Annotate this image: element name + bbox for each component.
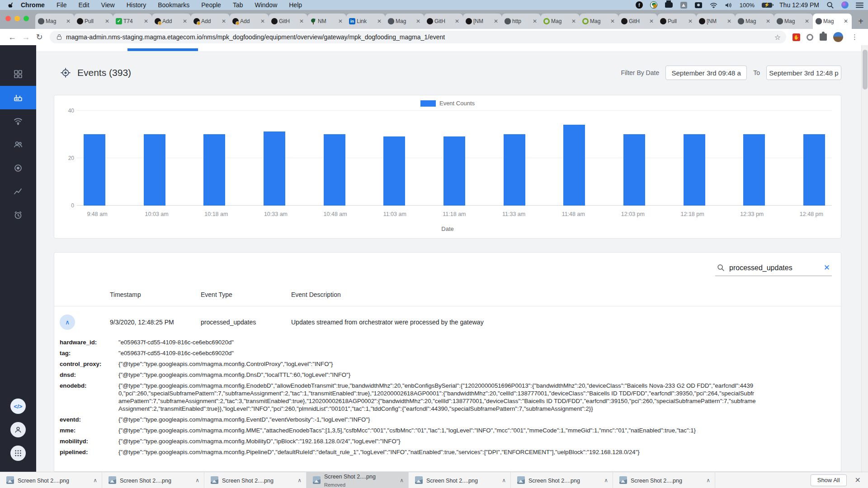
- menu-item[interactable]: Edit: [78, 1, 89, 9]
- browser-tab[interactable]: Add ✕: [152, 14, 191, 29]
- volume-icon[interactable]: [725, 1, 732, 9]
- minimize-window-button[interactable]: [14, 16, 20, 21]
- download-item[interactable]: Screen Shot 2....png ∧: [613, 472, 715, 488]
- sidebar-account-button[interactable]: [10, 422, 26, 437]
- address-bar[interactable]: magma-admin.nms-staging.magma.etagecom.i…: [50, 31, 786, 43]
- tab-close-icon[interactable]: ✕: [609, 18, 616, 24]
- browser-tab[interactable]: T74 ✕: [113, 14, 152, 29]
- tab-close-icon[interactable]: ✕: [415, 18, 421, 24]
- menu-item[interactable]: History: [127, 1, 146, 9]
- reload-icon[interactable]: ↻: [33, 32, 46, 42]
- tab-close-icon[interactable]: ✕: [648, 18, 655, 24]
- page-scrollbar[interactable]: [861, 45, 868, 472]
- menu-item[interactable]: Window: [255, 1, 277, 9]
- siri-icon[interactable]: [841, 1, 849, 9]
- chevron-up-icon[interactable]: ∧: [502, 477, 506, 483]
- download-item[interactable]: Screen Shot 2....png ∧: [102, 472, 204, 488]
- tab-close-icon[interactable]: ✕: [182, 18, 188, 24]
- browser-tab[interactable]: Pull ✕: [74, 14, 113, 29]
- download-item[interactable]: Screen Shot 2....png ∧: [0, 472, 102, 488]
- browser-tab[interactable]: GitH ✕: [424, 14, 463, 29]
- chart-bar[interactable]: [264, 131, 285, 206]
- close-shelf-icon[interactable]: ✕: [855, 476, 861, 484]
- download-item[interactable]: Screen Shot 2....png ∧: [204, 472, 307, 488]
- tab-close-icon[interactable]: ✕: [221, 18, 227, 24]
- menu-item[interactable]: View: [101, 1, 115, 9]
- sidebar-apps-button[interactable]: [10, 446, 26, 461]
- sidebar-item-subscribers[interactable]: [0, 133, 36, 156]
- sidebar-code-button[interactable]: </>: [10, 399, 26, 414]
- download-item[interactable]: Screen Shot 2....png ∧: [409, 472, 511, 488]
- zoom-window-button[interactable]: [24, 16, 29, 21]
- browser-tab[interactable]: Mag ✕: [774, 14, 813, 29]
- chevron-up-icon[interactable]: ∧: [297, 477, 302, 483]
- table-row[interactable]: ∧ 9/3/2020, 12:48:25 PM processed_update…: [54, 312, 841, 332]
- menu-item[interactable]: Tab: [233, 1, 243, 9]
- chart-bar[interactable]: [504, 134, 525, 206]
- profile-avatar[interactable]: [833, 32, 843, 42]
- docker-status-icon[interactable]: [665, 1, 673, 9]
- date-from-input[interactable]: September 3rd 09:48 a: [665, 66, 747, 80]
- extensions-puzzle-icon[interactable]: [820, 33, 827, 41]
- menu-item[interactable]: People: [201, 1, 221, 9]
- browser-tab[interactable]: Mag ✕: [385, 14, 424, 29]
- date-to-input[interactable]: September 3rd 12:48 p: [766, 66, 841, 80]
- chart-bar[interactable]: [443, 136, 465, 206]
- chart-bar[interactable]: [324, 134, 345, 206]
- tab-close-icon[interactable]: ✕: [337, 18, 344, 24]
- browser-tab[interactable]: [NM ✕: [463, 14, 502, 29]
- back-icon[interactable]: ←: [5, 33, 19, 42]
- tab-close-icon[interactable]: ✕: [493, 18, 499, 24]
- sidebar-item-metrics[interactable]: [0, 180, 36, 203]
- browser-tab[interactable]: GitH ✕: [618, 14, 657, 29]
- chevron-up-icon[interactable]: ∧: [604, 477, 608, 483]
- browser-tab[interactable]: http ✕: [502, 14, 541, 29]
- secure-lock-icon[interactable]: [57, 36, 61, 40]
- camera-status-icon[interactable]: [695, 1, 703, 9]
- tab-close-icon[interactable]: ✕: [104, 18, 110, 24]
- chevron-up-icon[interactable]: ∧: [400, 477, 404, 483]
- extension-circle-icon[interactable]: [807, 34, 813, 41]
- sidebar-item-alerts[interactable]: [0, 203, 36, 227]
- chevron-up-icon[interactable]: ∧: [706, 477, 710, 483]
- browser-tab[interactable]: Pull ✕: [657, 14, 696, 29]
- chevron-up-icon[interactable]: ∧: [195, 477, 199, 483]
- search-input[interactable]: processed_updates: [729, 264, 819, 272]
- browser-tab[interactable]: GitH ✕: [269, 14, 307, 29]
- browser-tab[interactable]: Mag ✕: [813, 14, 852, 29]
- tab-close-icon[interactable]: ✕: [65, 18, 71, 24]
- tab-close-icon[interactable]: ✕: [376, 18, 382, 24]
- browser-tab[interactable]: Mag ✕: [541, 14, 580, 29]
- event-search-box[interactable]: processed_updates ✕: [715, 260, 832, 276]
- browser-tab[interactable]: Mag ✕: [580, 14, 618, 29]
- chart-bar[interactable]: [563, 125, 585, 206]
- menu-item[interactable]: Bookmarks: [158, 1, 189, 9]
- tab-close-icon[interactable]: ✕: [726, 18, 732, 24]
- adblock-extension-icon[interactable]: ✋: [793, 33, 800, 41]
- chevron-up-icon[interactable]: ∧: [93, 477, 97, 483]
- chart-bar[interactable]: [383, 136, 405, 206]
- tab-close-icon[interactable]: ✕: [804, 18, 810, 24]
- tab-close-icon[interactable]: ✕: [259, 18, 266, 24]
- drive-status-icon[interactable]: [680, 1, 688, 9]
- chart-bar[interactable]: [803, 134, 825, 206]
- chart-bar[interactable]: [743, 134, 765, 206]
- browser-tab[interactable]: Add ✕: [191, 14, 230, 29]
- browser-tab[interactable]: Mag ✕: [35, 14, 74, 29]
- browser-tab[interactable]: Link ✕: [346, 14, 385, 29]
- new-tab-button[interactable]: +: [854, 15, 867, 28]
- apple-menu-icon[interactable]: [8, 2, 14, 9]
- sidebar-item-dashboard[interactable]: [0, 62, 36, 86]
- sidebar-item-equipment[interactable]: [0, 86, 36, 109]
- browser-tab[interactable]: NM ✕: [307, 14, 346, 29]
- tab-close-icon[interactable]: ✕: [571, 18, 577, 24]
- scrollbar-thumb[interactable]: [863, 50, 868, 89]
- forest-status-icon[interactable]: [650, 1, 658, 9]
- sidebar-item-network[interactable]: [0, 109, 36, 133]
- tab-close-icon[interactable]: ✕: [765, 18, 771, 24]
- chrome-menu-icon[interactable]: ⋮: [849, 33, 860, 41]
- forward-icon[interactable]: →: [19, 33, 33, 42]
- facebook-status-icon[interactable]: f: [636, 1, 643, 9]
- show-all-downloads-button[interactable]: Show All: [811, 474, 847, 486]
- menu-item[interactable]: File: [57, 1, 67, 9]
